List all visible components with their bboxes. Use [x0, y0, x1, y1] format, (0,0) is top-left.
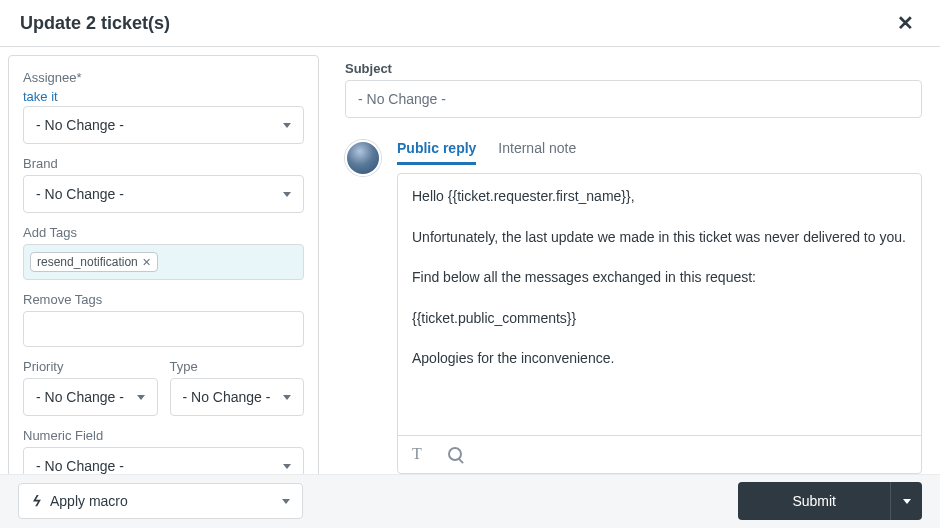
modal-footer: ϟ Apply macro Submit — [0, 474, 940, 528]
apply-macro-button[interactable]: ϟ Apply macro — [18, 483, 303, 519]
add-tags-label: Add Tags — [23, 225, 304, 240]
brand-label: Brand — [23, 156, 304, 171]
numeric-field: Numeric Field - No Change - — [23, 428, 304, 474]
subject-input[interactable] — [345, 80, 922, 118]
chevron-down-icon — [283, 123, 291, 128]
text-format-icon[interactable]: T — [412, 445, 422, 463]
main-panel: Subject Public reply Internal note Hello… — [325, 47, 940, 474]
apply-macro-label: Apply macro — [50, 493, 128, 509]
type-select[interactable]: - No Change - — [170, 378, 305, 416]
numeric-field-value: - No Change - — [36, 458, 124, 474]
tab-internal-note[interactable]: Internal note — [498, 140, 576, 165]
chevron-down-icon — [283, 192, 291, 197]
brand-value: - No Change - — [36, 186, 124, 202]
priority-label: Priority — [23, 359, 158, 374]
modal-body: Assignee* take it - No Change - Brand - … — [0, 47, 940, 474]
close-icon[interactable]: ✕ — [891, 12, 920, 34]
type-label: Type — [170, 359, 305, 374]
tag-chip[interactable]: resend_notification ✕ — [30, 252, 158, 272]
modal-title: Update 2 ticket(s) — [20, 13, 170, 34]
search-icon[interactable] — [448, 447, 462, 461]
chevron-down-icon — [282, 499, 290, 504]
tag-chip-label: resend_notification — [37, 255, 138, 269]
remove-tags-field: Remove Tags — [23, 292, 304, 347]
avatar — [345, 140, 381, 176]
chevron-down-icon — [283, 395, 291, 400]
comment-textarea[interactable]: Hello {{ticket.requester.first_name}}, U… — [398, 174, 921, 435]
take-it-link[interactable]: take it — [23, 89, 304, 104]
add-tags-input[interactable]: resend_notification ✕ — [23, 244, 304, 280]
remove-tags-label: Remove Tags — [23, 292, 304, 307]
editor-toolbar: T — [398, 435, 921, 473]
bolt-icon: ϟ — [31, 493, 40, 509]
submit-group: Submit — [738, 482, 922, 520]
comment-editor: Hello {{ticket.requester.first_name}}, U… — [397, 173, 922, 474]
priority-value: - No Change - — [36, 389, 124, 405]
chevron-down-icon — [137, 395, 145, 400]
reply-tabs: Public reply Internal note — [397, 140, 922, 165]
priority-select[interactable]: - No Change - — [23, 378, 158, 416]
assignee-field: Assignee* take it - No Change - — [23, 70, 304, 144]
properties-panel: Assignee* take it - No Change - Brand - … — [0, 47, 325, 474]
tab-public-reply[interactable]: Public reply — [397, 140, 476, 165]
brand-field: Brand - No Change - — [23, 156, 304, 213]
assignee-value: - No Change - — [36, 117, 124, 133]
tag-remove-icon[interactable]: ✕ — [142, 256, 151, 269]
chevron-down-icon — [283, 464, 291, 469]
subject-label: Subject — [345, 61, 922, 76]
submit-dropdown-button[interactable] — [890, 482, 922, 520]
type-value: - No Change - — [183, 389, 271, 405]
type-field: Type - No Change - — [170, 359, 305, 416]
remove-tags-input[interactable] — [23, 311, 304, 347]
modal-header: Update 2 ticket(s) ✕ — [0, 0, 940, 47]
submit-button[interactable]: Submit — [738, 482, 890, 520]
add-tags-field: Add Tags resend_notification ✕ — [23, 225, 304, 280]
brand-select[interactable]: - No Change - — [23, 175, 304, 213]
chevron-down-icon — [903, 499, 911, 504]
numeric-field-select[interactable]: - No Change - — [23, 447, 304, 474]
assignee-select[interactable]: - No Change - — [23, 106, 304, 144]
numeric-field-label: Numeric Field — [23, 428, 304, 443]
assignee-label: Assignee* — [23, 70, 304, 85]
priority-field: Priority - No Change - — [23, 359, 158, 416]
